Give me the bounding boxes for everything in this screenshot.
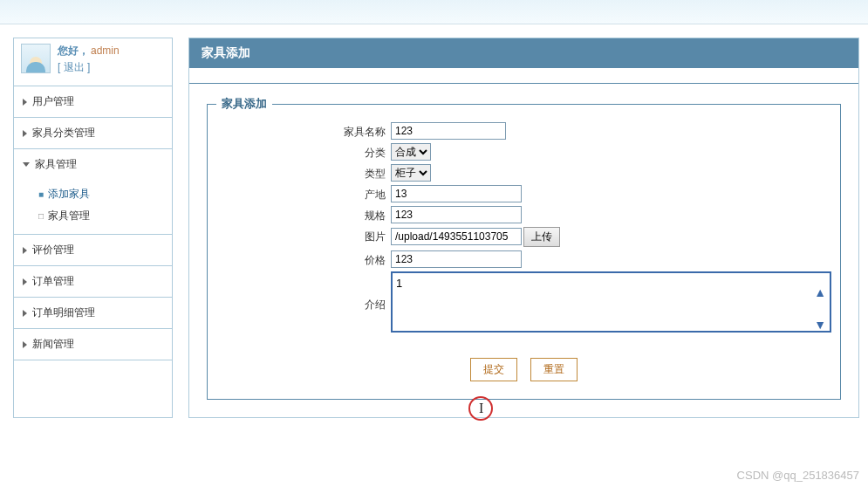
top-strip bbox=[0, 0, 868, 24]
image-label: 图片 bbox=[216, 227, 391, 244]
sidebar-item-order-mgmt[interactable]: 订单管理 bbox=[14, 266, 172, 297]
type-select[interactable]: 柜子 bbox=[391, 164, 431, 182]
scroll-down-icon[interactable]: ▼ bbox=[814, 318, 826, 332]
spec-label: 规格 bbox=[216, 206, 391, 223]
divider bbox=[189, 68, 858, 84]
scroll-up-icon[interactable]: ▲ bbox=[814, 285, 826, 299]
name-input[interactable] bbox=[391, 122, 506, 140]
sidebar-item-furniture-mgmt[interactable]: 家具管理 bbox=[14, 149, 172, 180]
name-label: 家具名称 bbox=[216, 122, 391, 140]
page-title: 家具添加 bbox=[189, 38, 858, 68]
chevron-right-icon bbox=[23, 341, 27, 348]
main-panel: 家具添加 家具添加 家具名称 分类 合成 类型 柜子 产地 bbox=[188, 38, 859, 418]
user-box: 您好，admin [ 退出 ] bbox=[14, 38, 172, 86]
greeting-text: 您好， bbox=[58, 45, 89, 57]
category-select[interactable]: 合成 bbox=[391, 143, 431, 161]
submit-button[interactable]: 提交 bbox=[470, 358, 517, 381]
chevron-down-icon bbox=[23, 162, 30, 167]
sidebar-item-user-mgmt[interactable]: 用户管理 bbox=[14, 86, 172, 117]
chevron-right-icon bbox=[23, 99, 27, 106]
sidebar-item-order-detail-mgmt[interactable]: 订单明细管理 bbox=[14, 298, 172, 328]
price-label: 价格 bbox=[216, 250, 391, 268]
avatar bbox=[21, 44, 51, 73]
sidebar-item-news-mgmt[interactable]: 新闻管理 bbox=[14, 329, 172, 360]
chevron-right-icon bbox=[23, 247, 27, 254]
watermark: CSDN @qq_251836457 bbox=[737, 469, 859, 482]
username: admin bbox=[91, 45, 120, 57]
sidebar-subitem-furniture-mgmt[interactable]: 家具管理 bbox=[38, 205, 172, 227]
category-label: 分类 bbox=[216, 143, 391, 161]
image-input[interactable] bbox=[391, 228, 522, 245]
form-legend: 家具添加 bbox=[216, 96, 272, 112]
type-label: 类型 bbox=[216, 164, 391, 182]
spec-input[interactable] bbox=[391, 206, 522, 223]
origin-input[interactable] bbox=[391, 185, 522, 202]
logout-link[interactable]: 退出 bbox=[64, 61, 85, 73]
logout-wrapper: [ 退出 ] bbox=[58, 60, 120, 75]
desc-textarea[interactable] bbox=[391, 271, 831, 333]
sidebar-item-category-mgmt[interactable]: 家具分类管理 bbox=[14, 118, 172, 148]
chevron-right-icon bbox=[23, 278, 27, 285]
chevron-right-icon bbox=[23, 310, 27, 317]
price-input[interactable] bbox=[391, 250, 522, 268]
sidebar-subitem-add-furniture[interactable]: 添加家具 bbox=[38, 183, 172, 205]
highlight-circle bbox=[468, 396, 493, 421]
reset-button[interactable]: 重置 bbox=[530, 358, 578, 381]
sidebar: 您好，admin [ 退出 ] 用户管理 家具分类管理 家具管理 添加家具 家具… bbox=[13, 38, 173, 418]
desc-label: 介绍 bbox=[216, 271, 391, 312]
sidebar-item-review-mgmt[interactable]: 评价管理 bbox=[14, 235, 172, 265]
chevron-right-icon bbox=[23, 130, 27, 137]
upload-button[interactable]: 上传 bbox=[523, 227, 560, 247]
text-cursor-icon: I bbox=[479, 401, 483, 416]
form-fieldset: 家具添加 家具名称 分类 合成 类型 柜子 产地 规 bbox=[207, 96, 841, 400]
origin-label: 产地 bbox=[216, 185, 391, 202]
sidebar-menu: 用户管理 家具分类管理 家具管理 添加家具 家具管理 评价管理 订单管理 订单明… bbox=[14, 86, 172, 360]
